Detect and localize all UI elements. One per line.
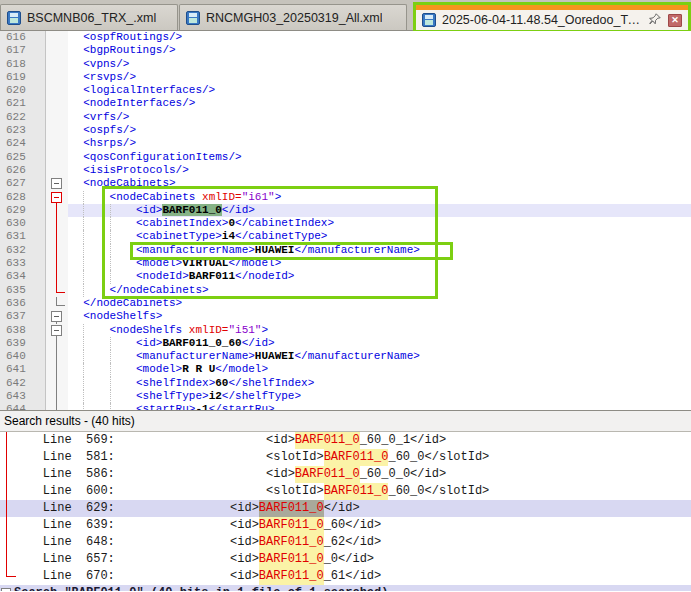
code-line-620[interactable]: 620 <logicalInterfaces/> bbox=[0, 84, 691, 97]
code-line-630[interactable]: 630 <cabinetIndex>0</cabinetIndex> bbox=[0, 217, 691, 230]
fold-toggle-icon[interactable] bbox=[1, 588, 11, 591]
fold-margin[interactable] bbox=[46, 363, 68, 376]
search-result-row-line-586[interactable]: Line 586: <id>BARF011_0_60_0_0</id> bbox=[0, 466, 691, 483]
code-text[interactable]: <id>BARF011_0_60</id> bbox=[68, 337, 691, 350]
fold-margin[interactable] bbox=[46, 58, 68, 71]
code-text[interactable]: <hsrps/> bbox=[68, 137, 691, 150]
fold-margin[interactable] bbox=[46, 324, 68, 337]
search-result-row-line-629[interactable]: Line 629: <id>BARF011_0</id> bbox=[0, 500, 691, 517]
code-text[interactable]: <vpns/> bbox=[68, 58, 691, 71]
fold-margin[interactable] bbox=[46, 204, 68, 217]
code-text[interactable]: <model>VIRTUAL</model> bbox=[68, 257, 691, 270]
code-text[interactable]: <nodeShelfs> bbox=[68, 310, 691, 323]
fold-collapse-icon[interactable] bbox=[51, 325, 62, 336]
code-text[interactable]: <shelfIndex>60</shelfIndex> bbox=[68, 377, 691, 390]
code-text[interactable]: <logicalInterfaces/> bbox=[68, 84, 691, 97]
fold-margin[interactable] bbox=[46, 151, 68, 164]
code-line-619[interactable]: 619 <rsvps/> bbox=[0, 71, 691, 84]
code-text[interactable]: <manufacturerName>HUAWEI</manufacturerNa… bbox=[68, 244, 691, 257]
tab-1[interactable]: RNCMGH03_20250319_All.xml bbox=[179, 4, 407, 30]
fold-margin[interactable] bbox=[46, 284, 68, 297]
code-text[interactable]: <manufacturerName>HUAWEI</manufacturerNa… bbox=[68, 350, 691, 363]
fold-collapse-icon[interactable] bbox=[51, 178, 62, 189]
fold-margin[interactable] bbox=[46, 244, 68, 257]
fold-margin[interactable] bbox=[46, 257, 68, 270]
code-text[interactable]: <rsvps/> bbox=[68, 71, 691, 84]
code-text[interactable]: <cabinetIndex>0</cabinetIndex> bbox=[68, 217, 691, 230]
code-text[interactable]: <nodeCabinets> bbox=[68, 177, 691, 190]
tab-2-active[interactable]: 2025-06-04-11.48.54_Ooredoo_Tunisia.xml✕ bbox=[413, 2, 691, 33]
search-result-row-line-600[interactable]: Line 600: <slotId>BARF011_0_60_0</slotId… bbox=[0, 483, 691, 500]
fold-margin[interactable] bbox=[46, 390, 68, 403]
code-line-632[interactable]: 632 <manufacturerName>HUAWEI</manufactur… bbox=[0, 244, 691, 257]
search-results-titlebar[interactable]: Search results - (40 hits) bbox=[0, 410, 691, 432]
search-result-row-line-657[interactable]: Line 657: <id>BARF011_0_0</id> bbox=[0, 551, 691, 568]
fold-margin[interactable] bbox=[46, 84, 68, 97]
code-line-635[interactable]: 635 </nodeCabinets> bbox=[0, 284, 691, 297]
code-line-627[interactable]: 627 <nodeCabinets> bbox=[0, 177, 691, 190]
fold-margin[interactable] bbox=[46, 230, 68, 243]
code-line-642[interactable]: 642 <shelfIndex>60</shelfIndex> bbox=[0, 377, 691, 390]
code-text[interactable]: <vrfs/> bbox=[68, 111, 691, 124]
code-line-643[interactable]: 643 <shelfType>i2</shelfType> bbox=[0, 390, 691, 403]
code-text[interactable]: <cabinetType>i4</cabinetType> bbox=[68, 230, 691, 243]
code-line-617[interactable]: 617 <bgpRoutings/> bbox=[0, 44, 691, 57]
code-line-625[interactable]: 625 <qosConfigurationItems/> bbox=[0, 151, 691, 164]
code-text[interactable]: <nodeShelfs xmlID="i51"> bbox=[68, 324, 691, 337]
code-line-634[interactable]: 634 <nodeId>BARF011</nodeId> bbox=[0, 270, 691, 283]
code-line-624[interactable]: 624 <hsrps/> bbox=[0, 137, 691, 150]
code-text[interactable]: <nodeCabinets xmlID="i61"> bbox=[68, 191, 691, 204]
code-line-636[interactable]: 636 </nodeCabinets> bbox=[0, 297, 691, 310]
fold-collapse-icon[interactable] bbox=[51, 192, 62, 203]
code-line-622[interactable]: 622 <vrfs/> bbox=[0, 111, 691, 124]
code-line-623[interactable]: 623 <ospfs/> bbox=[0, 124, 691, 137]
fold-margin[interactable] bbox=[46, 164, 68, 177]
code-text[interactable]: <bgpRoutings/> bbox=[68, 44, 691, 57]
fold-margin[interactable] bbox=[46, 124, 68, 137]
code-line-626[interactable]: 626 <isisProtocols/> bbox=[0, 164, 691, 177]
code-line-644[interactable]: 644 <startRu>-1</startRu> bbox=[0, 403, 691, 410]
code-line-631[interactable]: 631 <cabinetType>i4</cabinetType> bbox=[0, 230, 691, 243]
fold-margin[interactable] bbox=[46, 71, 68, 84]
search-result-row-line-639[interactable]: Line 639: <id>BARF011_0_60</id> bbox=[0, 517, 691, 534]
code-line-633[interactable]: 633 <model>VIRTUAL</model> bbox=[0, 257, 691, 270]
code-line-618[interactable]: 618 <vpns/> bbox=[0, 58, 691, 71]
code-text[interactable]: <qosConfigurationItems/> bbox=[68, 151, 691, 164]
pin-tab-icon[interactable] bbox=[648, 12, 662, 29]
fold-margin[interactable] bbox=[46, 111, 68, 124]
fold-margin[interactable] bbox=[46, 44, 68, 57]
code-line-628[interactable]: 628 <nodeCabinets xmlID="i61"> bbox=[0, 191, 691, 204]
fold-margin[interactable] bbox=[46, 191, 68, 204]
fold-margin[interactable] bbox=[46, 31, 68, 44]
code-text[interactable]: <nodeId>BARF011</nodeId> bbox=[68, 270, 691, 283]
fold-margin[interactable] bbox=[46, 350, 68, 363]
code-line-629[interactable]: 629 <id>BARF011_0</id> bbox=[0, 204, 691, 217]
tab-0[interactable]: BSCMNB06_TRX_.xml bbox=[0, 4, 178, 30]
code-text[interactable]: <model>R R U</model> bbox=[68, 363, 691, 376]
code-text[interactable]: <startRu>-1</startRu> bbox=[68, 403, 691, 410]
fold-margin[interactable] bbox=[46, 217, 68, 230]
code-text[interactable]: <ospfs/> bbox=[68, 124, 691, 137]
fold-margin[interactable] bbox=[46, 310, 68, 323]
code-text[interactable]: <shelfType>i2</shelfType> bbox=[68, 390, 691, 403]
fold-margin[interactable] bbox=[46, 177, 68, 190]
fold-margin[interactable] bbox=[46, 270, 68, 283]
close-tab-button[interactable]: ✕ bbox=[668, 14, 682, 27]
code-text[interactable]: </nodeCabinets> bbox=[68, 297, 691, 310]
code-line-616[interactable]: 616 <ospfRoutings/> bbox=[0, 31, 691, 44]
code-text[interactable]: <id>BARF011_0</id> bbox=[68, 204, 691, 217]
fold-margin[interactable] bbox=[46, 337, 68, 350]
fold-margin[interactable] bbox=[46, 137, 68, 150]
editor-pane[interactable]: 616 <ospfRoutings/>617 <bgpRoutings/>618… bbox=[0, 31, 691, 410]
code-line-638[interactable]: 638 <nodeShelfs xmlID="i51"> bbox=[0, 324, 691, 337]
code-text[interactable]: <isisProtocols/> bbox=[68, 164, 691, 177]
fold-margin[interactable] bbox=[46, 297, 68, 310]
code-line-640[interactable]: 640 <manufacturerName>HUAWEI</manufactur… bbox=[0, 350, 691, 363]
fold-margin[interactable] bbox=[46, 377, 68, 390]
search-result-row-line-648[interactable]: Line 648: <id>BARF011_0_62</id> bbox=[0, 534, 691, 551]
fold-margin[interactable] bbox=[46, 97, 68, 110]
search-result-row-line-581[interactable]: Line 581: <slotId>BARF011_0_60_0</slotId… bbox=[0, 449, 691, 466]
code-line-639[interactable]: 639 <id>BARF011_0_60</id> bbox=[0, 337, 691, 350]
code-line-637[interactable]: 637 <nodeShelfs> bbox=[0, 310, 691, 323]
code-text[interactable]: </nodeCabinets> bbox=[68, 284, 691, 297]
